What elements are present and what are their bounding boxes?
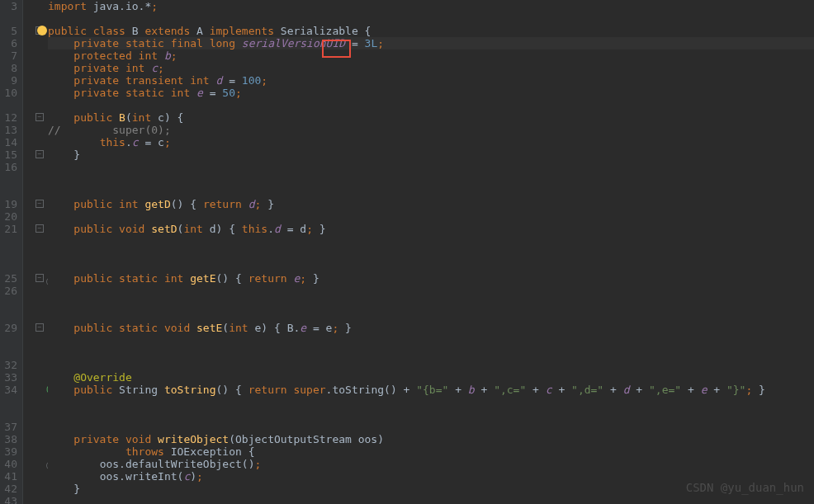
- fold-toggle[interactable]: [35, 323, 44, 332]
- fold-toggle[interactable]: [35, 150, 44, 158]
- code-line: import java.io.*;: [48, 0, 814, 12]
- fold-toggle[interactable]: [35, 224, 44, 233]
- fold-toggle[interactable]: [35, 200, 44, 208]
- code-editor[interactable]: 3567891012131415161920212526293233343738…: [0, 0, 814, 504]
- fold-margin: @ O↑ @ @: [23, 0, 48, 504]
- code-line: public class B extends A implements Seri…: [48, 25, 814, 37]
- lightbulb-icon[interactable]: [37, 26, 47, 35]
- current-line: private static final long serialVersionU…: [48, 37, 814, 49]
- fold-toggle[interactable]: [35, 274, 44, 282]
- line-number-gutter: 3567891012131415161920212526293233343738…: [0, 0, 23, 504]
- fold-toggle[interactable]: [35, 113, 44, 121]
- code-area[interactable]: import java.io.*; public class B extends…: [48, 0, 814, 504]
- annotation-highlight-box: [322, 40, 351, 58]
- watermark: CSDN @yu_duan_hun: [686, 481, 804, 494]
